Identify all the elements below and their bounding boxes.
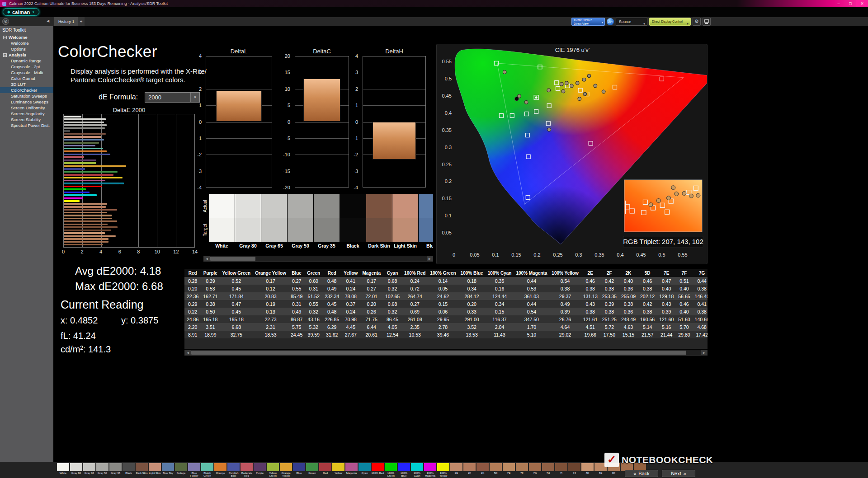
workflow-menu-button[interactable]: ⊙ [2,18,9,25]
sidebar-item-spectral-power-dist[interactable]: Spectral Power Dist. [0,122,53,128]
patch-2f[interactable]: 2F [463,463,476,477]
minimize-button[interactable]: – [833,0,844,7]
patch-color [254,463,266,471]
patch-black[interactable]: Black [122,463,135,477]
patch-purple[interactable]: Purple [253,463,266,477]
patch-100-cyan[interactable]: 100% Cyan [410,463,424,477]
sidebar-item-screen-angularity[interactable]: Screen Angularity [0,111,53,117]
patch-100-red[interactable]: 100% Red [371,463,384,477]
close-button[interactable]: ✕ [856,0,868,7]
deltae-bar [64,168,85,170]
swatch-gray-50 [288,194,313,242]
patch-magenta[interactable]: Magenta [345,463,358,477]
patch-7i[interactable]: 7I [555,463,568,477]
display-button[interactable] [703,18,711,26]
table-scrollbar[interactable]: ◀ ▶ [184,350,708,356]
patch-bluish-green[interactable]: Bluish Green [201,463,214,477]
cie-zoom-inset [624,180,702,232]
patch-2k[interactable]: 2K [476,463,489,477]
sidebar-item-grayscale-2pt[interactable]: Grayscale - 2pt [0,64,53,70]
sidebar-item-saturation-sweeps[interactable]: Saturation Sweeps [0,93,53,99]
sidebar-item-grayscale-multi[interactable]: Grayscale - Multi [0,70,53,75]
scroll-left-arrow[interactable]: ◀ [204,256,210,261]
calman-logo-icon: ◆ [7,10,10,14]
patch-blue-sky[interactable]: Blue Sky [161,463,175,477]
sidebar-item-screen-stability[interactable]: Screen Stability [0,117,53,122]
patch-orange-yellow[interactable]: Orange Yellow [279,463,292,477]
patch-foliage[interactable]: Foliage [175,463,188,477]
patch-100-yellow[interactable]: 100% Yellow [437,463,450,477]
sidebar-item-3d-lut[interactable]: 3D LUT [0,81,53,87]
patch-gray-80[interactable]: Gray 80 [70,463,83,477]
sidebar-section-analysis[interactable]: -Analysis [0,52,53,58]
display-control-dropdown[interactable]: Direct Display Control ▼ [649,18,691,26]
source-dropdown[interactable]: Source ▼ [616,18,647,26]
patch-100-magenta[interactable]: 100% Magenta [424,463,437,477]
patch-5d[interactable]: 5D [489,463,502,477]
patch-7e[interactable]: 7E [502,463,515,477]
patch-yellow-green[interactable]: Yellow Green [266,463,279,477]
patch-100-blue[interactable]: 100% Blue [397,463,410,477]
tab-history-1[interactable]: History 1 [54,17,79,26]
back-button[interactable]: « Back [625,470,658,477]
patch-gray-50[interactable]: Gray 50 [96,463,109,477]
patch-green[interactable]: Green [306,463,319,477]
deltae-tick-label: 12 [173,249,179,254]
table-cell: 291.00 [458,315,486,323]
patch-dark-skin[interactable]: Dark Skin [135,463,148,477]
sidebar-item-colorchecker[interactable]: ColorChecker [0,87,53,93]
patch-7f[interactable]: 7F [515,463,528,477]
patch-orange[interactable]: Orange [214,463,227,477]
tree-expander-icon[interactable]: - [3,36,7,39]
calman-menu-button[interactable]: ◆ calman ▼ [3,8,39,16]
patch-blue[interactable]: Blue [292,463,306,477]
patch-gray-35[interactable]: Gray 35 [109,463,122,477]
table-cell: 361.03 [514,292,549,300]
sidebar-item-options[interactable]: Options [0,46,53,52]
sidebar-item-dynamic-range[interactable]: Dynamic Range [0,58,53,64]
scroll-left-arrow[interactable]: ◀ [185,350,191,355]
scroll-right-arrow[interactable]: ▶ [427,256,433,261]
patch-purplish-blue[interactable]: Purplish Blue [227,463,240,477]
sidebar-item-welcome[interactable]: Welcome [0,40,53,46]
patch-7h[interactable]: 7H [542,463,555,477]
patch-red[interactable]: Red [319,463,332,477]
patch-8d[interactable]: 8D [581,463,594,477]
patch-light-skin[interactable]: Light Skin [148,463,161,477]
patch-cyan[interactable]: Cyan [358,463,371,477]
deltal-chart-title: DeltaL [206,48,272,55]
sidebar-title: SDR Toolkit [0,26,53,34]
patch-100-green[interactable]: 100% Green [384,463,397,477]
meter-status-badge[interactable]: 234 [607,18,614,25]
patch-yellow[interactable]: Yellow [332,463,345,477]
sidebar-item-screen-uniformity[interactable]: Screen Uniformity [0,105,53,111]
patch-blue-flower[interactable]: Blue Flower [188,463,201,477]
swatch-scrollbar[interactable]: ◀ ▶ [203,256,433,262]
tree-expander-icon[interactable]: - [3,53,7,57]
sidebar-collapse-icon[interactable]: ◀ [47,19,49,23]
patch-color [267,463,279,471]
patch-7g[interactable]: 7G [528,463,542,477]
patch-white[interactable]: White [57,463,70,477]
table-cell: 124.44 [486,292,514,300]
deltae-bar [64,171,118,173]
deltal-tick-label: 3 [199,70,202,75]
add-tab-button[interactable]: + [78,17,85,26]
sidebar-section-welcome[interactable]: -Welcome [0,34,53,40]
settings-button[interactable]: ⚙ [693,18,701,26]
sidebar-item-color-gamut[interactable]: Color Gamut [0,75,53,81]
maximize-button[interactable]: □ [844,0,856,7]
swatch-scrollbar-thumb[interactable] [210,257,255,261]
table-cell: 0.46 [676,300,692,308]
patch-2e[interactable]: 2E [450,463,463,477]
meter-button[interactable]: X-Rite i1Pro 2 Direct View ▼ [571,18,605,26]
patch-moderate-red[interactable]: Moderate Red [240,463,253,477]
table-scrollbar-thumb[interactable] [191,351,686,355]
table-cell: 0.51 [676,277,692,285]
sidebar-item-luminance-sweeps[interactable]: Luminance Sweeps [0,99,53,105]
patch-7j[interactable]: 7J [568,463,581,477]
patch-gray-65[interactable]: Gray 65 [83,463,96,477]
scroll-right-arrow[interactable]: ▶ [701,350,707,355]
next-button[interactable]: Next » [662,470,695,477]
table-cell: 56.65 [676,292,692,300]
